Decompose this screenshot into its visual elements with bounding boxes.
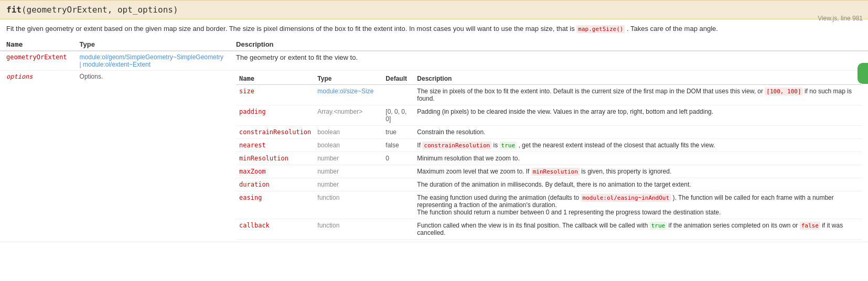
sub-param-name: size bbox=[236, 84, 314, 105]
sub-param-description: The size in pixels of the box to fit the… bbox=[414, 84, 862, 105]
params-table: Name Type Description geometryOrExtent m… bbox=[0, 38, 868, 242]
sub-param-default bbox=[382, 165, 414, 178]
sub-param-name: maxZoom bbox=[236, 165, 314, 178]
inline-code: false bbox=[800, 222, 820, 230]
function-header: fit(geometryOrExtent, opt_options) bbox=[0, 0, 868, 19]
header-name: Name bbox=[0, 38, 73, 51]
param-name: geometryOrExtent bbox=[0, 51, 73, 71]
table-row: geometryOrExtent module:ol/geom/SimpleGe… bbox=[0, 51, 868, 71]
sub-param-type: function bbox=[314, 191, 382, 219]
sub-param-type: number bbox=[314, 165, 382, 178]
list-item: callback function Function called when t… bbox=[236, 219, 862, 239]
sub-param-description: Minimum resolution that we zoom to. bbox=[414, 152, 862, 165]
inline-code: [100, 100] bbox=[765, 88, 802, 95]
sub-param-default bbox=[382, 84, 414, 105]
list-item: nearest boolean false If constrainResolu… bbox=[236, 138, 862, 152]
sub-header-description: Description bbox=[414, 73, 862, 85]
description-suffix: . Takes care of the map angle. bbox=[627, 25, 718, 33]
options-sub-table-cell: Name Type Default Description size modul… bbox=[230, 70, 868, 242]
inline-code-green: true bbox=[500, 142, 517, 149]
sub-header-type: Type bbox=[314, 73, 382, 85]
options-label: options bbox=[0, 70, 73, 242]
options-row: options Options. Name Type Default Descr… bbox=[0, 70, 868, 242]
sub-param-name: callback bbox=[236, 219, 314, 239]
header-description: Description bbox=[230, 38, 868, 51]
sub-param-name: duration bbox=[236, 178, 314, 191]
sub-param-type: number bbox=[314, 152, 382, 165]
table-header-row: Name Type Description bbox=[0, 38, 868, 51]
list-item: duration number The duration of the anim… bbox=[236, 178, 862, 191]
sub-param-type: boolean bbox=[314, 138, 382, 152]
scroll-indicator bbox=[858, 63, 868, 84]
sub-param-name: minResolution bbox=[236, 152, 314, 165]
inline-code: module:ol/easing~inAndOut bbox=[581, 194, 671, 202]
sub-param-default bbox=[382, 219, 414, 239]
sub-param-description: The easing function used during the anim… bbox=[414, 191, 862, 219]
sub-header-default: Default bbox=[382, 73, 414, 85]
sub-param-default: true bbox=[382, 125, 414, 138]
list-item: maxZoom number Maximum zoom level that w… bbox=[236, 165, 862, 178]
list-item: padding Array.<number> [0, 0, 0, 0] Padd… bbox=[236, 105, 862, 125]
sub-param-name: padding bbox=[236, 105, 314, 125]
sub-param-default: 0 bbox=[382, 152, 414, 165]
sub-param-default bbox=[382, 178, 414, 191]
inline-code: constrainResolution bbox=[422, 142, 491, 149]
function-params: (geometryOrExtent, opt_options) bbox=[22, 5, 178, 15]
list-item: minResolution number 0 Minimum resolutio… bbox=[236, 152, 862, 165]
sub-header-row: Name Type Default Description bbox=[236, 73, 862, 85]
param-type: module:ol/geom/SimpleGeometry~SimpleGeom… bbox=[73, 51, 230, 71]
sub-param-default: [0, 0, 0, 0] bbox=[382, 105, 414, 125]
sub-param-type: number bbox=[314, 178, 382, 191]
sub-param-description: Constrain the resolution. bbox=[414, 125, 862, 138]
description-code: map.getSize() bbox=[576, 25, 625, 33]
sub-param-name: constrainResolution bbox=[236, 125, 314, 138]
type-link[interactable]: module:ol/geom/SimpleGeometry~SimpleGeom… bbox=[80, 53, 223, 68]
function-name: fit bbox=[6, 5, 22, 15]
list-item: easing function The easing function used… bbox=[236, 191, 862, 219]
sub-param-description: The duration of the animation in millise… bbox=[414, 178, 862, 191]
sub-param-description: Maximum zoom level that we zoom to. If m… bbox=[414, 165, 862, 178]
inline-code-green: true bbox=[650, 222, 667, 230]
sub-param-type: function bbox=[314, 219, 382, 239]
header-type: Type bbox=[73, 38, 230, 51]
viewjs-reference: View.js, line 981 bbox=[818, 15, 863, 22]
options-type: Options. bbox=[73, 70, 230, 242]
sub-param-name: nearest bbox=[236, 138, 314, 152]
sub-param-description: If constrainResolution is true , get the… bbox=[414, 138, 862, 152]
options-sub-table: Name Type Default Description size modul… bbox=[236, 73, 862, 240]
sub-param-description: Function called when the view is in its … bbox=[414, 219, 862, 239]
description-text: Fit the given geometry or extent based o… bbox=[6, 25, 575, 33]
inline-code: minResolution bbox=[531, 168, 580, 176]
sub-param-default: false bbox=[382, 138, 414, 152]
sub-param-default bbox=[382, 191, 414, 219]
sub-param-description: Padding (in pixels) to be cleared inside… bbox=[414, 105, 862, 125]
function-description: Fit the given geometry or extent based o… bbox=[0, 19, 868, 38]
sub-param-type: module:ol/size~Size bbox=[314, 84, 382, 105]
sub-param-type: boolean bbox=[314, 125, 382, 138]
sub-param-name: easing bbox=[236, 191, 314, 219]
sub-param-type: Array.<number> bbox=[314, 105, 382, 125]
list-item: size module:ol/size~Size The size in pix… bbox=[236, 84, 862, 105]
type-link[interactable]: module:ol/size~Size bbox=[317, 88, 373, 95]
list-item: constrainResolution boolean true Constra… bbox=[236, 125, 862, 138]
param-description: The geometry or extent to fit the view t… bbox=[230, 51, 868, 71]
sub-header-name: Name bbox=[236, 73, 314, 85]
